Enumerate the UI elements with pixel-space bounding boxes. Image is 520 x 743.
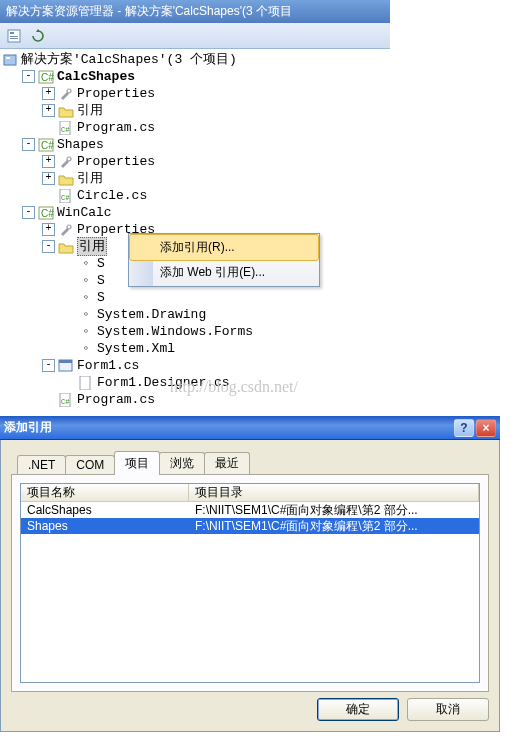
collapse-icon[interactable]: - (22, 138, 35, 151)
reference-icon: ◦ (78, 274, 94, 288)
tree-item-label: Shapes (57, 136, 104, 153)
svg-point-18 (67, 225, 71, 229)
close-button[interactable]: × (476, 419, 496, 437)
context-menu: 添加引用(R)... 添加 Web 引用(E)... (128, 233, 320, 287)
svg-rect-1 (10, 32, 14, 34)
tree-item-label: System.Xml (97, 340, 175, 357)
tab-panel-project: 项目名称 项目目录 CalcShapes F:\NIIT\SEM1\C#面向对象… (11, 474, 489, 692)
tree-item-file[interactable]: Form1.Designer.cs (2, 374, 390, 391)
expand-icon[interactable]: + (42, 104, 55, 117)
ok-button[interactable]: 确定 (317, 698, 399, 721)
wrench-icon (58, 223, 74, 237)
reference-icon: ◦ (78, 342, 94, 356)
solution-icon (2, 53, 18, 67)
svg-text:C#: C# (61, 398, 69, 406)
menu-item-label: 添加 Web 引用(E)... (160, 264, 265, 281)
tree-item-form1[interactable]: - Form1.cs (2, 357, 390, 374)
tree-item-label: S (97, 255, 105, 272)
cancel-button[interactable]: 取消 (407, 698, 489, 721)
properties-icon[interactable] (4, 26, 24, 46)
cs-file-icon: C# (58, 189, 74, 203)
tree-item-label: 引用 (77, 102, 103, 119)
expand-icon[interactable]: + (42, 172, 55, 185)
tree-project-calcshapes[interactable]: - C# CalcShapes (2, 68, 390, 85)
reference-icon: ◦ (78, 291, 94, 305)
svg-rect-21 (80, 376, 90, 390)
listview-cell: Shapes (21, 519, 189, 533)
expand-icon[interactable]: + (42, 155, 55, 168)
expand-icon[interactable]: + (42, 223, 55, 236)
csharp-project-icon: C# (38, 206, 54, 220)
add-reference-dialog: 添加引用 ? × .NET COM 项目 浏览 最近 项目名称 项目目录 Cal… (0, 416, 500, 732)
tree-item-label: System.Windows.Forms (97, 323, 253, 340)
tree-reference-item[interactable]: ◦System.Drawing (2, 306, 390, 323)
tree-item-label: Form1.Designer.cs (97, 374, 230, 391)
tree-item-file[interactable]: C# Program.cs (2, 391, 390, 408)
expand-icon[interactable]: + (42, 87, 55, 100)
svg-rect-4 (4, 55, 16, 65)
tree-item-references[interactable]: + 引用 (2, 102, 390, 119)
tabstrip: .NET COM 项目 浏览 最近 (17, 454, 489, 474)
svg-rect-20 (59, 360, 72, 363)
tree-item-label: Circle.cs (77, 187, 147, 204)
project-listview[interactable]: 项目名称 项目目录 CalcShapes F:\NIIT\SEM1\C#面向对象… (20, 483, 480, 683)
tree-item-label: Properties (77, 153, 155, 170)
tree-project-wincalc[interactable]: - C# WinCalc (2, 204, 390, 221)
dialog-titlebar: 添加引用 ? × (0, 416, 500, 440)
svg-rect-5 (6, 57, 10, 59)
tree-item-label: Properties (77, 85, 155, 102)
tree-item-file[interactable]: C# Circle.cs (2, 187, 390, 204)
collapse-icon[interactable]: - (22, 206, 35, 219)
svg-text:C#: C# (61, 126, 69, 134)
tab-browse[interactable]: 浏览 (159, 452, 205, 474)
tree-reference-item[interactable]: ◦System.Xml (2, 340, 390, 357)
dialog-title-text: 添加引用 (4, 419, 452, 436)
tab-net[interactable]: .NET (17, 455, 66, 474)
wrench-icon (58, 155, 74, 169)
listview-header: 项目名称 项目目录 (21, 484, 479, 502)
solution-explorer: 解决方案资源管理器 - 解决方案'CalcShapes'(3 个项目 解决方案'… (0, 0, 390, 412)
cs-file-icon: C# (58, 393, 74, 407)
column-project-dir[interactable]: 项目目录 (189, 484, 479, 501)
tree-item-properties[interactable]: + Properties (2, 153, 390, 170)
svg-point-8 (67, 89, 71, 93)
collapse-icon[interactable]: - (42, 359, 55, 372)
menu-add-reference[interactable]: 添加引用(R)... (129, 234, 319, 261)
tree-item-label: WinCalc (57, 204, 112, 221)
listview-row[interactable]: CalcShapes F:\NIIT\SEM1\C#面向对象编程\第2 部分..… (21, 502, 479, 518)
tree-solution-root[interactable]: 解决方案'CalcShapes'(3 个项目) (2, 51, 390, 68)
solution-explorer-title: 解决方案资源管理器 - 解决方案'CalcShapes'(3 个项目 (0, 0, 390, 23)
refresh-icon[interactable] (28, 26, 48, 46)
tree-item-label: Program.cs (77, 119, 155, 136)
tree-item-label: Form1.cs (77, 357, 139, 374)
tree-item-label: S (97, 272, 105, 289)
svg-rect-3 (10, 38, 18, 39)
tree-item-references[interactable]: + 引用 (2, 170, 390, 187)
tree-reference-item[interactable]: ◦System.Windows.Forms (2, 323, 390, 340)
help-button[interactable]: ? (454, 419, 474, 437)
tree-item-label: Program.cs (77, 391, 155, 408)
collapse-icon[interactable]: - (22, 70, 35, 83)
menu-add-web-reference[interactable]: 添加 Web 引用(E)... (130, 260, 318, 285)
svg-text:C#: C# (41, 72, 54, 83)
tab-com[interactable]: COM (65, 455, 115, 474)
reference-icon: ◦ (78, 308, 94, 322)
reference-icon: ◦ (78, 325, 94, 339)
collapse-icon[interactable]: - (42, 240, 55, 253)
tree-item-properties[interactable]: + Properties (2, 85, 390, 102)
column-project-name[interactable]: 项目名称 (21, 484, 189, 501)
svg-text:C#: C# (61, 194, 69, 202)
tab-project[interactable]: 项目 (114, 451, 160, 475)
tree-item-label: S (97, 289, 105, 306)
listview-cell: CalcShapes (21, 503, 189, 517)
tree-reference-item[interactable]: ◦S (2, 289, 390, 306)
listview-row[interactable]: Shapes F:\NIIT\SEM1\C#面向对象编程\第2 部分... (21, 518, 479, 534)
tree-item-file[interactable]: C# Program.cs (2, 119, 390, 136)
tab-recent[interactable]: 最近 (204, 452, 250, 474)
tree-item-label: 引用 (77, 170, 103, 187)
references-folder-icon (58, 172, 74, 186)
wrench-icon (58, 87, 74, 101)
tree-item-label: CalcShapes (57, 68, 135, 85)
form-icon (58, 359, 74, 373)
tree-project-shapes[interactable]: - C# Shapes (2, 136, 390, 153)
